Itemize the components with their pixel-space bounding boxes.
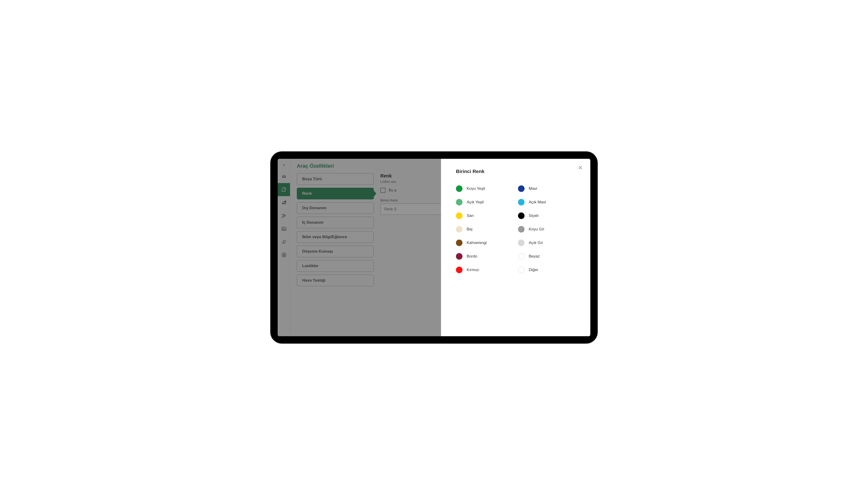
color-option[interactable]: Sarı	[456, 212, 513, 219]
color-swatch	[518, 253, 525, 260]
color-label: Siyah	[529, 214, 539, 218]
color-option[interactable]: Açık Mavi	[518, 199, 575, 205]
screen: !	[278, 159, 590, 336]
modal-title: Birinci Renk	[456, 169, 575, 174]
color-option[interactable]: Diğer	[518, 267, 575, 273]
color-swatch	[456, 226, 462, 233]
color-modal: Birinci Renk Koyu YeşilMaviAçık YeşilAçı…	[441, 159, 590, 336]
color-label: Diğer	[529, 268, 538, 272]
color-label: Bej	[467, 227, 473, 232]
color-option[interactable]: Kahverengi	[456, 240, 513, 246]
color-option[interactable]: Koyu Yeşil	[456, 185, 513, 192]
color-swatch	[518, 185, 525, 192]
color-label: Koyu Yeşil	[467, 186, 485, 191]
color-label: Bordo	[467, 254, 477, 259]
color-swatch	[456, 240, 462, 246]
color-grid: Koyu YeşilMaviAçık YeşilAçık MaviSarıSiy…	[456, 185, 575, 273]
color-option[interactable]: Açık Yeşil	[456, 199, 513, 205]
color-label: Açık Mavi	[529, 200, 546, 205]
color-option[interactable]: Açık Gri	[518, 240, 575, 246]
color-label: Kırmızı	[467, 268, 479, 272]
color-swatch	[518, 267, 525, 273]
color-option[interactable]: Beyaz	[518, 253, 575, 260]
color-swatch	[456, 267, 462, 273]
color-label: Açık Gri	[529, 240, 543, 245]
color-swatch	[518, 240, 525, 246]
color-label: Sarı	[467, 214, 474, 218]
close-icon	[578, 165, 583, 172]
color-label: Koyu Gri	[529, 227, 544, 232]
color-swatch	[456, 185, 462, 192]
color-swatch	[518, 212, 525, 219]
close-button[interactable]	[577, 165, 584, 172]
color-option[interactable]: Kırmızı	[456, 267, 513, 273]
color-option[interactable]: Siyah	[518, 212, 575, 219]
color-swatch	[518, 226, 525, 233]
color-swatch	[456, 199, 462, 205]
color-label: Kahverengi	[467, 240, 487, 245]
color-label: Açık Yeşil	[467, 200, 484, 205]
tablet-frame: !	[271, 152, 597, 343]
color-label: Beyaz	[529, 254, 540, 259]
color-swatch	[456, 212, 462, 219]
color-option[interactable]: Koyu Gri	[518, 226, 575, 233]
color-swatch	[456, 253, 462, 260]
color-label: Mavi	[529, 186, 537, 191]
color-option[interactable]: Mavi	[518, 185, 575, 192]
color-swatch	[518, 199, 525, 205]
color-option[interactable]: Bej	[456, 226, 513, 233]
color-option[interactable]: Bordo	[456, 253, 513, 260]
